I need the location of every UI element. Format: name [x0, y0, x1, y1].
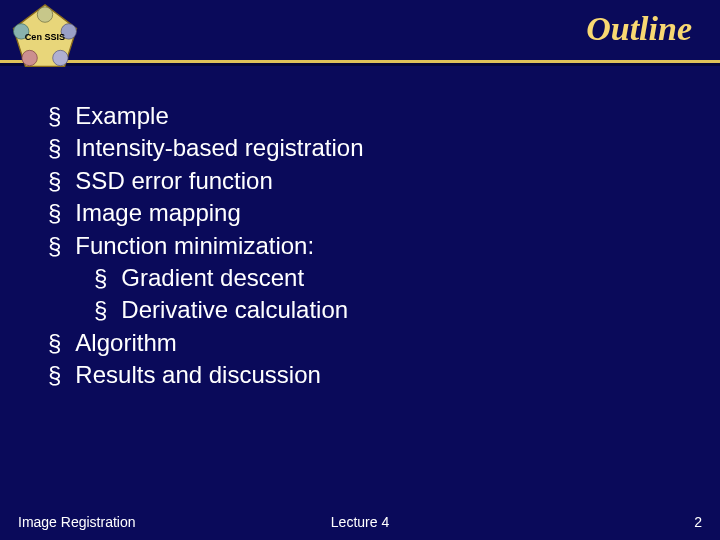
list-item: Gradient descent	[94, 262, 680, 294]
header: Cen SSIS Outline	[0, 0, 720, 72]
slide: Cen SSIS Outline Example Intensity-based…	[0, 0, 720, 540]
bullet-text: Algorithm	[75, 329, 176, 356]
bullet-text: Derivative calculation	[121, 296, 348, 323]
bullet-text: Intensity-based registration	[75, 134, 363, 161]
divider	[0, 60, 720, 70]
logo-text: Cen SSIS	[25, 32, 65, 42]
list-item: Algorithm	[48, 327, 680, 359]
bullet-text: Gradient descent	[121, 264, 304, 291]
outline-body: Example Intensity-based registration SSD…	[48, 100, 680, 392]
bullet-text: Image mapping	[75, 199, 240, 226]
outline-list: Example Intensity-based registration SSD…	[48, 100, 680, 392]
svg-point-4	[22, 50, 37, 65]
bullet-text: Function minimization:	[75, 232, 314, 259]
divider-bottom	[0, 63, 720, 66]
slide-title: Outline	[586, 10, 692, 48]
list-item: Image mapping	[48, 197, 680, 229]
list-item: Results and discussion	[48, 359, 680, 391]
list-item: Intensity-based registration	[48, 132, 680, 164]
bullet-text: Example	[75, 102, 168, 129]
list-item: Function minimization: Gradient descent …	[48, 230, 680, 327]
svg-point-3	[53, 50, 68, 65]
footer-page-number: 2	[694, 514, 702, 530]
bullet-text: Results and discussion	[75, 361, 320, 388]
list-item: SSD error function	[48, 165, 680, 197]
list-item: Example	[48, 100, 680, 132]
footer-left: Image Registration	[18, 514, 136, 530]
logo-badge: Cen SSIS	[10, 2, 80, 72]
svg-point-1	[37, 7, 52, 22]
list-item: Derivative calculation	[94, 294, 680, 326]
outline-sublist: Gradient descent Derivative calculation	[94, 262, 680, 327]
bullet-text: SSD error function	[75, 167, 272, 194]
footer: Lecture 4 Image Registration 2	[18, 514, 702, 530]
